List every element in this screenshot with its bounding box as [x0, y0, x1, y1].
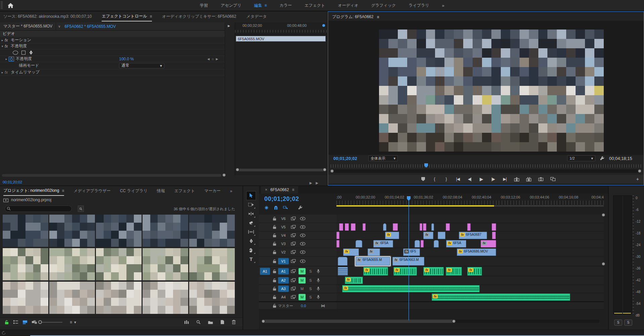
timeline-clip[interactable] — [393, 223, 398, 231]
project-thumbnail[interactable] — [3, 282, 48, 314]
scroll-handle[interactable] — [330, 169, 334, 173]
button-editor-button[interactable]: + — [636, 176, 639, 182]
project-group-tab-5[interactable]: マーカー — [204, 188, 221, 195]
lock-icon[interactable] — [273, 242, 276, 246]
slip-tool[interactable] — [247, 228, 256, 236]
panel-menu-icon[interactable]: ≡ — [377, 15, 379, 19]
breadcrumb[interactable]: norimen002long.prproj — [3, 198, 51, 202]
project-thumbnail[interactable] — [189, 282, 235, 314]
toggle-track-output-icon[interactable] — [300, 225, 306, 229]
effect-timeline-scrollbar[interactable] — [236, 169, 326, 171]
solo-left-button[interactable]: S — [614, 320, 622, 326]
timeline-clip[interactable] — [423, 223, 426, 231]
zoom-slider-handle[interactable] — [38, 320, 42, 324]
mute-button-A1[interactable]: M — [299, 268, 306, 275]
timeline-clip[interactable]: fx — [385, 232, 399, 239]
keyframe-dot[interactable] — [322, 24, 325, 27]
program-timecode[interactable]: 00;01;20;02 — [333, 156, 357, 161]
source-group-tab-3[interactable]: メタデータ — [246, 14, 267, 21]
track-header-V3[interactable]: V3 — [259, 240, 336, 248]
lift-button[interactable] — [514, 177, 519, 181]
timeline-clip[interactable] — [415, 240, 420, 247]
sync-lock-icon[interactable] — [291, 250, 296, 255]
sort-button[interactable]: ≡ ▾ — [70, 320, 76, 325]
workspace-tab-4[interactable]: エフェクト — [305, 3, 325, 8]
audio-meters[interactable] — [613, 195, 632, 314]
timeline-clip[interactable] — [446, 223, 450, 231]
lock-icon[interactable] — [273, 287, 276, 291]
panel-menu-icon[interactable]: ≡ — [150, 14, 152, 19]
timeline-clip[interactable] — [336, 232, 339, 239]
timeline-clip[interactable] — [363, 223, 366, 231]
expand-icon[interactable]: ▸ — [4, 57, 9, 61]
timeline-clip[interactable]: fx — [446, 267, 462, 276]
effect-controls-scrollbar[interactable] — [2, 174, 221, 177]
rect-mask-icon[interactable] — [21, 51, 25, 55]
timeline-clip[interactable]: fx — [343, 248, 359, 256]
lock-icon[interactable] — [273, 250, 276, 255]
timeline-clip[interactable]: fx — [368, 248, 380, 256]
project-thumbnail[interactable] — [189, 248, 235, 280]
timeline-clip[interactable] — [467, 223, 471, 231]
timeline-h-scrollbar[interactable] — [262, 320, 599, 323]
zoom-level-select[interactable]: 全体表示 ▾ — [368, 155, 398, 161]
workspace-tab-2[interactable]: 編集≡ — [254, 3, 267, 8]
mark-out-button[interactable]: } — [444, 177, 448, 181]
program-panel-tab[interactable]: プログラム: 6F5A0662 ≡ — [332, 14, 379, 20]
track-label-A4[interactable]: A4 — [278, 294, 289, 300]
timeline-clip[interactable] — [338, 257, 347, 266]
lock-icon[interactable] — [273, 269, 276, 274]
project-thumbnail[interactable] — [3, 248, 48, 280]
master-volume-value[interactable]: 0.0 — [301, 304, 306, 308]
project-thumbnail[interactable] — [49, 248, 95, 280]
scroll-handle[interactable] — [323, 168, 327, 172]
source-patch-A1[interactable]: A1 — [260, 268, 270, 275]
timeline-clip-6F5A[interactable]: fx6F5A — [373, 240, 393, 247]
track-header-A3[interactable]: A3MS — [259, 285, 336, 293]
solo-button-A4[interactable]: S — [309, 295, 312, 299]
toggle-track-output-icon[interactable] — [300, 250, 306, 254]
ripple-edit-tool[interactable] — [247, 210, 256, 218]
track-label-V3[interactable]: V3 — [278, 241, 289, 247]
step-forward-button[interactable]: |▶ — [491, 177, 495, 181]
scroll-handle[interactable] — [261, 319, 265, 323]
track-header-M[interactable]: マスター0.0⋈ — [259, 301, 336, 310]
lock-icon[interactable] — [273, 217, 276, 221]
mute-button-A4[interactable]: M — [299, 294, 306, 300]
scroll-handle[interactable] — [638, 169, 642, 173]
track-header-V5[interactable]: V5 — [259, 223, 336, 231]
timeline-clip[interactable]: fx — [481, 240, 496, 247]
solo-button-A3[interactable]: S — [309, 287, 312, 291]
timeline-clip[interactable] — [434, 240, 439, 247]
v-scroll-handle[interactable] — [601, 262, 605, 266]
project-thumbnail[interactable] — [189, 215, 235, 247]
solo-button-A1[interactable]: S — [309, 269, 312, 273]
settings-wrench-icon[interactable] — [600, 156, 604, 161]
video-section-header[interactable]: ビデオ — [0, 31, 225, 37]
timeline-clip[interactable] — [383, 223, 386, 231]
workspace-tab-5[interactable]: オーディオ — [338, 3, 358, 8]
timeline-clip[interactable]: fx — [423, 232, 433, 239]
lock-icon[interactable] — [273, 295, 276, 299]
workspace-tab-3[interactable]: カラー — [279, 3, 292, 8]
hand-tool[interactable] — [247, 246, 256, 254]
timeline-clip[interactable]: fx — [363, 267, 388, 276]
workspace-tab-6[interactable]: グラフィック — [371, 3, 396, 8]
track-select-forward-tool[interactable] — [247, 201, 256, 209]
expand-icon[interactable]: ▸ — [0, 39, 5, 42]
voiceover-record-icon[interactable] — [317, 295, 320, 299]
icon-view-button[interactable] — [23, 320, 27, 324]
delete-icon[interactable] — [232, 320, 236, 324]
new-bin-icon[interactable] — [208, 320, 213, 324]
type-tool[interactable]: T — [247, 255, 256, 263]
timeline-clip[interactable] — [420, 223, 422, 231]
sync-lock-icon[interactable] — [291, 242, 296, 246]
sync-lock-icon[interactable] — [291, 233, 296, 238]
timeline-clip-6F5A0687[interactable]: fx6F5A0687 — [459, 232, 487, 239]
timeline-clip[interactable] — [351, 223, 356, 231]
track-label-V5[interactable]: V5 — [278, 224, 289, 230]
timeline-clip[interactable] — [431, 223, 434, 231]
timeline-clip[interactable]: fx — [345, 277, 363, 284]
master-keyframe-icon[interactable]: ⋈ — [321, 303, 325, 308]
zoom-slider[interactable] — [39, 322, 62, 323]
